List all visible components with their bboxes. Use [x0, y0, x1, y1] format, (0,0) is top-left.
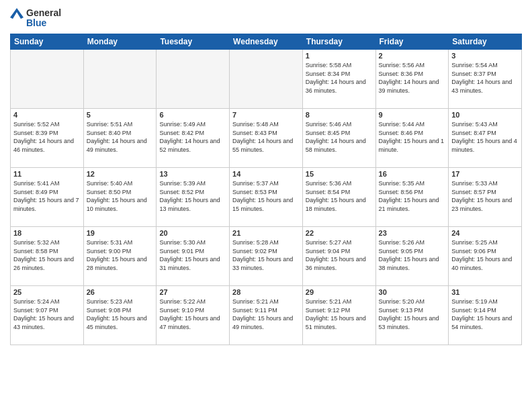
day-number: 15	[306, 170, 373, 178]
calendar-cell: 9Sunrise: 5:44 AMSunset: 8:46 PMDaylight…	[375, 109, 449, 168]
calendar-cell	[157, 50, 230, 109]
day-info: Sunrise: 5:32 AMSunset: 8:58 PMDaylight:…	[13, 238, 81, 272]
day-info: Sunrise: 5:23 AMSunset: 9:08 PMDaylight:…	[87, 298, 154, 331]
calendar-week-0: 1Sunrise: 5:58 AMSunset: 8:34 PMDaylight…	[11, 50, 522, 109]
calendar-cell: 7Sunrise: 5:48 AMSunset: 8:43 PMDaylight…	[230, 109, 303, 168]
logo-bird-icon	[10, 7, 24, 30]
calendar-header-monday: Monday	[83, 34, 157, 50]
logo: General Blue	[10, 7, 61, 30]
day-info: Sunrise: 5:33 AMSunset: 8:57 PMDaylight:…	[451, 179, 519, 213]
calendar-cell: 5Sunrise: 5:51 AMSunset: 8:40 PMDaylight…	[83, 109, 157, 168]
calendar-cell	[83, 50, 157, 109]
calendar-cell: 1Sunrise: 5:58 AMSunset: 8:34 PMDaylight…	[302, 50, 375, 109]
calendar-cell: 13Sunrise: 5:39 AMSunset: 8:52 PMDayligh…	[157, 168, 230, 227]
header: General Blue	[10, 7, 522, 30]
day-number: 24	[451, 229, 519, 237]
day-info: Sunrise: 5:28 AMSunset: 9:02 PMDaylight:…	[232, 238, 300, 272]
day-number: 26	[87, 288, 154, 296]
day-number: 13	[159, 170, 226, 178]
calendar-cell: 17Sunrise: 5:33 AMSunset: 8:57 PMDayligh…	[449, 168, 522, 227]
calendar-cell: 23Sunrise: 5:26 AMSunset: 9:05 PMDayligh…	[375, 227, 449, 286]
calendar-cell: 12Sunrise: 5:40 AMSunset: 8:50 PMDayligh…	[83, 168, 157, 227]
calendar-header-tuesday: Tuesday	[157, 34, 230, 50]
calendar-cell: 22Sunrise: 5:27 AMSunset: 9:04 PMDayligh…	[302, 227, 375, 286]
calendar-header-thursday: Thursday	[302, 34, 375, 50]
calendar-week-1: 4Sunrise: 5:52 AMSunset: 8:39 PMDaylight…	[11, 109, 522, 168]
calendar-cell: 16Sunrise: 5:35 AMSunset: 8:56 PMDayligh…	[375, 168, 449, 227]
day-info: Sunrise: 5:20 AMSunset: 9:13 PMDaylight:…	[379, 298, 446, 331]
day-info: Sunrise: 5:49 AMSunset: 8:42 PMDaylight:…	[159, 120, 226, 154]
day-info: Sunrise: 5:41 AMSunset: 8:49 PMDaylight:…	[13, 179, 81, 213]
calendar-week-4: 25Sunrise: 5:24 AMSunset: 9:07 PMDayligh…	[11, 286, 522, 345]
calendar-table: SundayMondayTuesdayWednesdayThursdayFrid…	[10, 34, 522, 345]
day-info: Sunrise: 5:58 AMSunset: 8:34 PMDaylight:…	[306, 61, 373, 95]
calendar-cell: 20Sunrise: 5:30 AMSunset: 9:01 PMDayligh…	[157, 227, 230, 286]
day-number: 4	[13, 111, 81, 119]
day-info: Sunrise: 5:26 AMSunset: 9:05 PMDaylight:…	[379, 238, 446, 272]
calendar-header-saturday: Saturday	[449, 34, 522, 50]
calendar-header-sunday: Sunday	[11, 34, 84, 50]
day-info: Sunrise: 5:46 AMSunset: 8:45 PMDaylight:…	[306, 120, 373, 154]
calendar-week-2: 11Sunrise: 5:41 AMSunset: 8:49 PMDayligh…	[11, 168, 522, 227]
day-number: 27	[159, 288, 226, 296]
day-number: 10	[451, 111, 519, 119]
calendar-cell	[230, 50, 303, 109]
day-info: Sunrise: 5:54 AMSunset: 8:37 PMDaylight:…	[451, 61, 519, 95]
calendar-cell: 3Sunrise: 5:54 AMSunset: 8:37 PMDaylight…	[449, 50, 522, 109]
day-number: 28	[232, 288, 300, 296]
day-info: Sunrise: 5:56 AMSunset: 8:36 PMDaylight:…	[379, 61, 446, 95]
day-number: 25	[13, 288, 81, 296]
calendar-cell: 4Sunrise: 5:52 AMSunset: 8:39 PMDaylight…	[11, 109, 84, 168]
logo-general-text: General	[26, 8, 61, 18]
logo-text: General Blue	[26, 8, 61, 29]
calendar-cell: 31Sunrise: 5:19 AMSunset: 9:14 PMDayligh…	[449, 286, 522, 345]
day-info: Sunrise: 5:27 AMSunset: 9:04 PMDaylight:…	[306, 238, 373, 272]
day-number: 14	[232, 170, 300, 178]
calendar-cell	[11, 50, 84, 109]
calendar-cell: 24Sunrise: 5:25 AMSunset: 9:06 PMDayligh…	[449, 227, 522, 286]
day-number: 5	[87, 111, 154, 119]
calendar-header-wednesday: Wednesday	[230, 34, 303, 50]
day-info: Sunrise: 5:39 AMSunset: 8:52 PMDaylight:…	[159, 179, 226, 213]
day-info: Sunrise: 5:43 AMSunset: 8:47 PMDaylight:…	[451, 120, 519, 154]
calendar-cell: 11Sunrise: 5:41 AMSunset: 8:49 PMDayligh…	[11, 168, 84, 227]
day-number: 7	[232, 111, 300, 119]
day-number: 29	[306, 288, 373, 296]
calendar-cell: 27Sunrise: 5:22 AMSunset: 9:10 PMDayligh…	[157, 286, 230, 345]
day-info: Sunrise: 5:30 AMSunset: 9:01 PMDaylight:…	[159, 238, 226, 272]
day-number: 31	[451, 288, 519, 296]
calendar-cell: 14Sunrise: 5:37 AMSunset: 8:53 PMDayligh…	[230, 168, 303, 227]
calendar-cell: 26Sunrise: 5:23 AMSunset: 9:08 PMDayligh…	[83, 286, 157, 345]
day-number: 16	[379, 170, 446, 178]
day-info: Sunrise: 5:52 AMSunset: 8:39 PMDaylight:…	[13, 120, 81, 154]
calendar-cell: 28Sunrise: 5:21 AMSunset: 9:11 PMDayligh…	[230, 286, 303, 345]
calendar-cell: 21Sunrise: 5:28 AMSunset: 9:02 PMDayligh…	[230, 227, 303, 286]
day-number: 18	[13, 229, 81, 237]
calendar-cell: 6Sunrise: 5:49 AMSunset: 8:42 PMDaylight…	[157, 109, 230, 168]
day-number: 1	[306, 52, 373, 60]
day-info: Sunrise: 5:40 AMSunset: 8:50 PMDaylight:…	[87, 179, 154, 213]
day-info: Sunrise: 5:44 AMSunset: 8:46 PMDaylight:…	[379, 120, 446, 154]
day-number: 8	[306, 111, 373, 119]
day-number: 17	[451, 170, 519, 178]
day-number: 19	[87, 229, 154, 237]
calendar-cell: 19Sunrise: 5:31 AMSunset: 9:00 PMDayligh…	[83, 227, 157, 286]
calendar-week-3: 18Sunrise: 5:32 AMSunset: 8:58 PMDayligh…	[11, 227, 522, 286]
day-number: 21	[232, 229, 300, 237]
calendar-cell: 8Sunrise: 5:46 AMSunset: 8:45 PMDaylight…	[302, 109, 375, 168]
calendar-cell: 10Sunrise: 5:43 AMSunset: 8:47 PMDayligh…	[449, 109, 522, 168]
day-number: 11	[13, 170, 81, 178]
page: General Blue SundayMondayTuesdayWednesda…	[0, 0, 532, 411]
day-info: Sunrise: 5:48 AMSunset: 8:43 PMDaylight:…	[232, 120, 300, 154]
day-number: 23	[379, 229, 446, 237]
day-number: 12	[87, 170, 154, 178]
calendar-cell: 18Sunrise: 5:32 AMSunset: 8:58 PMDayligh…	[11, 227, 84, 286]
day-info: Sunrise: 5:21 AMSunset: 9:12 PMDaylight:…	[306, 298, 373, 331]
calendar-header-row: SundayMondayTuesdayWednesdayThursdayFrid…	[11, 34, 522, 50]
day-info: Sunrise: 5:51 AMSunset: 8:40 PMDaylight:…	[87, 120, 154, 154]
calendar-cell: 29Sunrise: 5:21 AMSunset: 9:12 PMDayligh…	[302, 286, 375, 345]
calendar-cell: 30Sunrise: 5:20 AMSunset: 9:13 PMDayligh…	[375, 286, 449, 345]
day-info: Sunrise: 5:36 AMSunset: 8:54 PMDaylight:…	[306, 179, 373, 213]
day-info: Sunrise: 5:19 AMSunset: 9:14 PMDaylight:…	[451, 298, 519, 331]
day-number: 9	[379, 111, 446, 119]
